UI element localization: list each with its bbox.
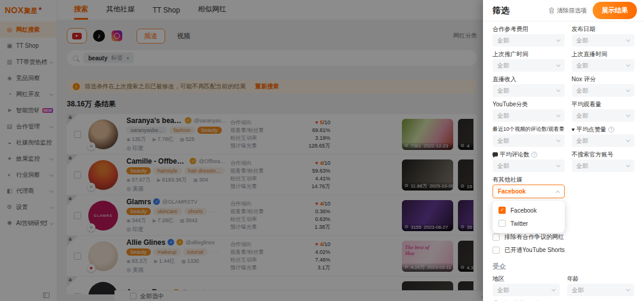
chevron-down-icon [556, 137, 560, 142]
avg-comments-select[interactable]: 全部 [493, 159, 565, 172]
last-live-select[interactable]: 全部 [572, 59, 634, 72]
chevron-down-icon [626, 62, 630, 66]
chevron-down-icon [626, 287, 630, 291]
chevron-down-icon [556, 37, 560, 41]
filter-field-exclude-official: 不搜索官方账号 全部 [572, 150, 634, 172]
filter-field-region: 地区 全部 [493, 275, 560, 296]
social-dropdown: Facebook Twitter [493, 201, 565, 233]
checkbox-checked-icon[interactable] [499, 207, 506, 214]
chevron-down-icon [552, 287, 556, 291]
other-social-select[interactable]: Facebook [493, 185, 565, 198]
heart-icon: ♥ [572, 127, 575, 133]
filter-field-other-social: 有其他社媒 Facebook Facebook Twitter [493, 176, 634, 198]
youtube-shorts-checkbox-row[interactable]: 已开通YouTube Shorts [493, 246, 634, 254]
filter-body: 合作参考费用 全部 发布日期 全部 上次推广时间 全部 上次直播时间 全部 直播… [483, 22, 644, 301]
last-promotion-select[interactable]: 全部 [493, 59, 565, 72]
publish-date-select[interactable]: 全部 [572, 34, 634, 47]
filter-field-youtube-category: YouTube分类 全部 [493, 100, 565, 122]
filter-field-nox-score: Nox 评分 全部 [572, 75, 634, 97]
filter-field-recent-comment-ratio: 最近10个视频的评论数/观看量 全部 [493, 125, 565, 147]
help-icon[interactable]: ? [531, 152, 537, 158]
chevron-down-icon [626, 137, 630, 142]
overlay-mask[interactable] [0, 0, 483, 301]
filter-field-live-income: 直播收入 全部 [493, 75, 565, 97]
nox-score-select[interactable]: 全部 [572, 84, 634, 97]
region-select[interactable]: 全部 [493, 284, 560, 296]
filter-field-avg-views: 平均观看量 全部 [572, 100, 634, 122]
chevron-down-icon [626, 87, 630, 91]
checkbox-icon[interactable] [493, 247, 500, 254]
chevron-down-icon [556, 112, 560, 116]
chevron-down-icon [556, 87, 560, 91]
exclude-official-select[interactable]: 全部 [572, 159, 634, 172]
comment-icon [493, 152, 498, 156]
chevron-down-icon [626, 37, 630, 41]
filter-field-avg-comments: 平均评论数? 全部 [493, 150, 565, 172]
youtube-category-select[interactable]: 全部 [493, 109, 565, 122]
chevron-down-icon [556, 162, 560, 167]
cooperation-fee-select[interactable]: 全部 [493, 34, 565, 47]
filter-drawer: 筛选 清除筛选项 展示结果 合作参考费用 全部 发布日期 全部 上次推广时间 全… [483, 0, 644, 301]
filter-title: 筛选 [493, 5, 509, 16]
filter-field-publish-date: 发布日期 全部 [572, 25, 634, 47]
social-option-twitter[interactable]: Twitter [493, 217, 565, 230]
recent-comment-ratio-select[interactable]: 全部 [493, 134, 565, 147]
filter-field-cooperation-fee: 合作参考费用 全部 [493, 25, 565, 47]
age-select[interactable]: 全部 [567, 284, 634, 296]
filter-field-last-promotion: 上次推广时间 全部 [493, 50, 565, 72]
clear-filters-button[interactable]: 清除筛选项 [549, 7, 587, 15]
filter-field-last-live: 上次直播时间 全部 [572, 50, 634, 72]
checkbox-icon[interactable] [499, 220, 506, 227]
checkbox-icon[interactable] [493, 234, 500, 241]
filter-field-age: 年龄 全部 [567, 275, 634, 296]
avg-views-select[interactable]: 全部 [572, 109, 634, 122]
exclude-dispute-checkbox-row[interactable]: 排除有合作争议的网红 [493, 233, 634, 241]
social-option-facebook[interactable]: Facebook [493, 204, 565, 217]
show-results-button[interactable]: 展示结果 [593, 2, 637, 19]
avg-likes-select[interactable]: 全部 [572, 134, 634, 147]
help-icon[interactable]: ? [608, 127, 614, 133]
chevron-up-icon [556, 190, 560, 194]
chevron-down-icon [626, 162, 630, 167]
filter-field-avg-likes: ♥平均点赞量? 全部 [572, 125, 634, 147]
trash-icon [549, 7, 555, 14]
chevron-down-icon [626, 112, 630, 116]
filter-header: 筛选 清除筛选项 展示结果 [483, 0, 644, 22]
live-income-select[interactable]: 全部 [493, 84, 565, 97]
chevron-down-icon [556, 62, 560, 66]
audience-section-title: 受众 [493, 262, 634, 271]
